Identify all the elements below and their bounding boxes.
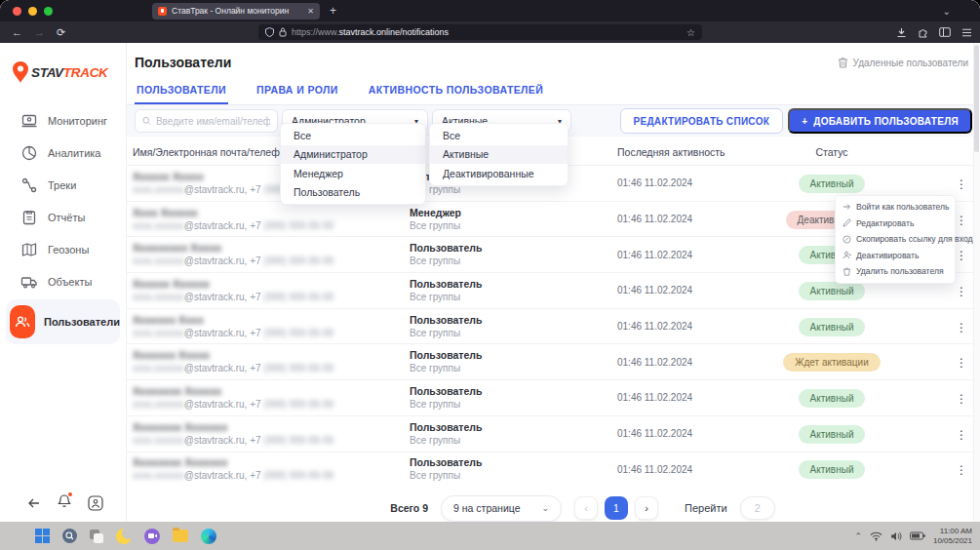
volume-icon[interactable] [890, 531, 902, 541]
row-menu-button[interactable]: ⋮ [956, 463, 967, 477]
deleted-users-link[interactable]: Удаленные пользователи [838, 57, 968, 68]
tab-user-activity[interactable]: АКТИВНОСТЬ ПОЛЬЗОВАТЕЛЕЙ [367, 78, 546, 104]
logo-track: TRACK [63, 65, 108, 80]
sidebar-item-users[interactable]: Пользователи [6, 299, 120, 344]
sidebar-item-label: Аналитика [48, 147, 100, 159]
search-box[interactable] [135, 109, 278, 133]
last-activity: 01:46 11.02.2024 [617, 285, 764, 295]
taskbar-clock[interactable]: 11:00 AM10/05/2021 [933, 527, 972, 545]
forward-button[interactable]: → [34, 26, 45, 38]
row-menu-button[interactable]: ⋮ [956, 177, 967, 191]
email-user-redacted: хххх.хххххх [133, 363, 184, 373]
email-user-redacted: хххх.хххххх [133, 435, 184, 446]
menu-item-login-as-user[interactable]: Войти как пользователь [836, 199, 955, 216]
role-option-all[interactable]: Все [281, 126, 425, 145]
user-role-cell: Пользователь Все группы [410, 314, 617, 339]
sidebar-item-tracks[interactable]: Треки [0, 169, 126, 201]
bookmark-star-icon[interactable]: ☆ [686, 27, 695, 38]
search-icon [65, 531, 74, 540]
user-role-cell: Пользователь Все группы [410, 242, 617, 267]
phone-redacted: (999) 999-99-99 [263, 220, 333, 231]
list-tabs-chevron-icon[interactable]: ⌄ [943, 6, 951, 17]
close-window-button[interactable] [13, 7, 21, 16]
chat-app-button[interactable] [144, 529, 160, 544]
url-bar[interactable]: https://www.stavtrack.online/notificatio… [258, 24, 702, 40]
role-option-user[interactable]: Пользователь [281, 183, 425, 203]
table-row: Ххххххх Ххххх хххх.хххххх@stavtrack.ru, … [127, 343, 980, 379]
file-explorer-button[interactable] [173, 530, 188, 542]
battery-icon[interactable] [910, 531, 925, 540]
sidebar-panel-icon[interactable] [939, 27, 951, 37]
truck-icon [20, 273, 38, 291]
crescent-app-icon[interactable] [116, 529, 132, 544]
downloads-icon[interactable] [896, 27, 907, 38]
collapse-sidebar-icon[interactable] [27, 497, 41, 509]
prev-page-button[interactable]: ‹ [574, 496, 598, 520]
status-cell: Ждет активации [783, 352, 881, 372]
status-badge: Активный [799, 282, 866, 300]
search-icon [142, 116, 151, 126]
last-activity: 01:46 11.02.2024 [617, 177, 764, 188]
tray-chevron-icon[interactable]: ⌃ [854, 531, 862, 541]
status-option-deactivated[interactable]: Деактивированные [430, 164, 568, 183]
sidebar-item-objects[interactable]: Объекты [0, 265, 126, 297]
sidebar-item-monitoring[interactable]: Мониторинг [0, 104, 126, 137]
reload-button[interactable]: ⟳ [57, 26, 65, 39]
extensions-icon[interactable] [918, 27, 928, 38]
new-tab-button[interactable]: + [330, 4, 336, 18]
menu-item-label: Удалить пользователя [856, 266, 944, 276]
edge-browser-button[interactable] [201, 529, 216, 544]
menu-item-delete-user[interactable]: Удалить пользователя [836, 263, 955, 280]
pencil-icon [843, 218, 851, 227]
sidebar-item-label: Мониторинг [48, 115, 107, 127]
row-menu-button[interactable]: ⋮ [956, 214, 967, 227]
edit-list-button[interactable]: РЕДАКТИРОВАТЬ СПИСОК [620, 108, 784, 134]
row-menu-button[interactable]: ⋮ [956, 428, 967, 442]
row-menu-button[interactable]: ⋮ [956, 249, 967, 262]
scrollbar[interactable] [973, 43, 980, 522]
search-input[interactable] [156, 116, 270, 127]
goto-page-input[interactable] [740, 496, 775, 520]
taskbar-search-button[interactable] [62, 529, 77, 543]
browser-tab[interactable]: СтавТрак - Онлайн мониторин ✕ [152, 3, 320, 20]
next-page-button[interactable]: › [635, 496, 658, 520]
sidebar-item-reports[interactable]: Отчёты [0, 201, 126, 233]
profile-button[interactable] [88, 495, 103, 511]
scrollbar-thumb[interactable] [974, 45, 979, 152]
wifi-icon[interactable] [870, 531, 882, 541]
user-group: Все группы [410, 469, 617, 482]
menu-item-deactivate[interactable]: Деактивировать [836, 248, 955, 264]
minimize-window-button[interactable] [28, 7, 37, 16]
status-cell: Активный [799, 388, 866, 408]
status-badge: Ждет активации [783, 353, 881, 372]
role-option-manager[interactable]: Менеджер [281, 164, 425, 183]
user-contact: хххх.хххххх@stavtrack.ru, +7 (999) 999-9… [133, 255, 410, 267]
zoom-window-button[interactable] [44, 7, 53, 16]
sidebar-item-geozones[interactable]: Геозоны [0, 233, 126, 265]
app-menu-icon[interactable] [961, 28, 972, 37]
tab-rights-roles[interactable]: ПРАВА И РОЛИ [255, 78, 340, 104]
current-page[interactable]: 1 [605, 496, 628, 520]
per-page-select[interactable]: 9 на странице ⌄ [441, 495, 562, 522]
back-button[interactable]: ← [12, 26, 22, 38]
task-view-button[interactable] [90, 530, 103, 543]
email-domain: @stavtrack.ru, +7 [184, 255, 264, 266]
windows-start-button[interactable] [35, 529, 50, 543]
status-option-all[interactable]: Все [430, 126, 568, 145]
notifications-bell-button[interactable] [58, 493, 71, 512]
row-menu-button[interactable]: ⋮ [956, 392, 967, 406]
close-tab-icon[interactable]: ✕ [307, 7, 314, 16]
row-menu-button[interactable]: ⋮ [956, 285, 967, 298]
tab-users[interactable]: ПОЛЬЗОВАТЕЛИ [135, 78, 228, 104]
menu-item-edit[interactable]: Редактировать [836, 216, 955, 232]
status-option-active[interactable]: Активные [430, 145, 568, 165]
menu-item-copy-login-link[interactable]: Скопировать ссылку для входа [836, 231, 955, 248]
row-menu-button[interactable]: ⋮ [956, 321, 967, 334]
add-user-button[interactable]: +ДОБАВИТЬ ПОЛЬЗОВАТЕЛЯ [788, 108, 972, 134]
row-menu-button[interactable]: ⋮ [956, 356, 967, 370]
stavtrack-logo: STAVTRACK [0, 43, 126, 98]
sidebar-item-analytics[interactable]: Аналитика [0, 137, 126, 169]
role-option-admin[interactable]: Администратор [281, 145, 425, 165]
user-contact: хххх.хххххх@stavtrack.ru, +7 (999) 999-9… [133, 398, 410, 411]
location-pin-icon [10, 59, 31, 85]
